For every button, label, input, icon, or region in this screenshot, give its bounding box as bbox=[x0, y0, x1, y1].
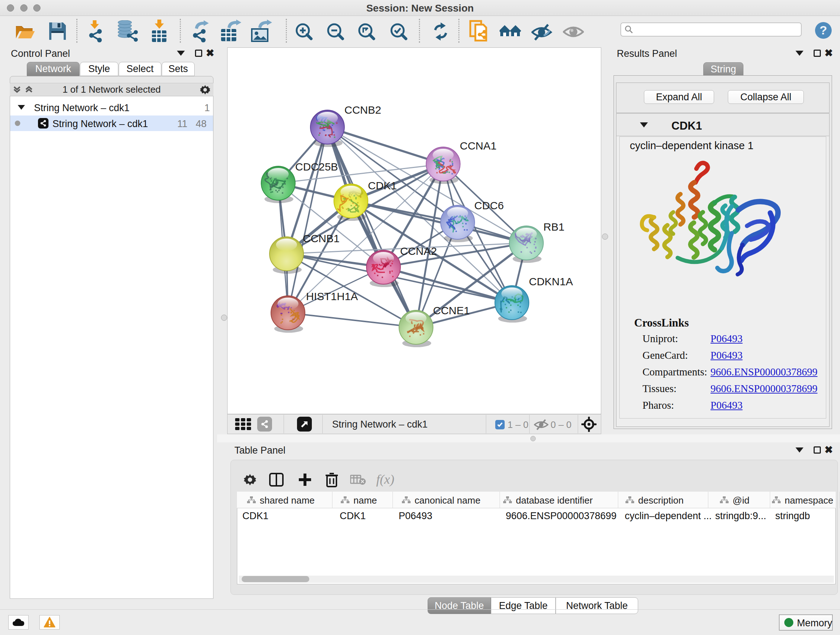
svg-text:CDC25B: CDC25B bbox=[295, 161, 338, 173]
svg-text:CCNB2: CCNB2 bbox=[344, 104, 381, 116]
svg-text:HIST1H1A: HIST1H1A bbox=[306, 290, 358, 302]
svg-text:CDKN1A: CDKN1A bbox=[529, 276, 573, 287]
svg-text:CDK1: CDK1 bbox=[368, 180, 397, 192]
svg-text:CDC6: CDC6 bbox=[474, 200, 504, 211]
svg-text:CCNB1: CCNB1 bbox=[303, 233, 340, 244]
svg-text:CCNA1: CCNA1 bbox=[460, 140, 497, 152]
svg-text:RB1: RB1 bbox=[543, 221, 564, 233]
svg-text:CCNA2: CCNA2 bbox=[400, 245, 437, 257]
svg-text:CCNE1: CCNE1 bbox=[433, 304, 470, 317]
